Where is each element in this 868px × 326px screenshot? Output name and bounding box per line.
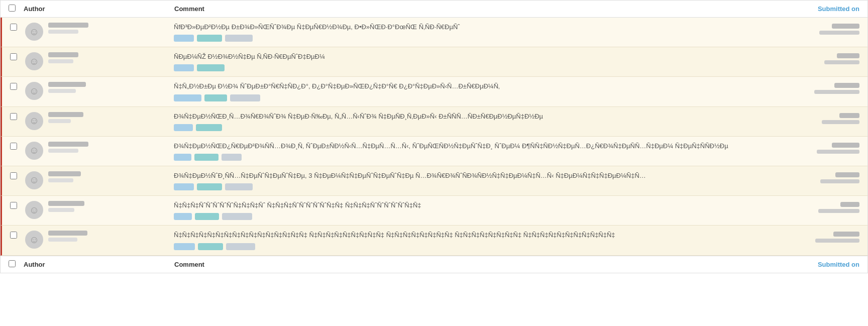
row-checkbox-cell[interactable] bbox=[10, 82, 25, 90]
comment-tag bbox=[197, 35, 222, 42]
author-name bbox=[48, 201, 84, 206]
comment-tags bbox=[174, 94, 749, 101]
comment-text: Ð¾Ñ‡ÐµÐ½ÑˆÐ¸ÑÑ…Ñ‡ÐµÑˆÑ‡ÐµÑˆÑ‡Ðµ, 3 Ñ‡ÐµÐ… bbox=[174, 171, 749, 180]
comment-tags bbox=[174, 124, 749, 131]
author-meta bbox=[48, 238, 77, 242]
comment-text: Ñ‡Ñ‡Ñ‡ÑˆÑˆÑˆÑˆÑˆÑ‡Ñ‡Ñ‡Ñˆ Ñ‡Ñ‡Ñ‡ÑˆÑˆÑˆÑˆÑ… bbox=[174, 201, 749, 210]
user-icon: ☺ bbox=[29, 234, 39, 246]
table-row: ☺Ð¾Ñ‡ÐµÐ½ÑŒÐ¿Ñ€ÐµÐ²Ð¾ÑÑ…Ð¾Ð¸Ñ‚ ÑˆÐµÐ±ÑÐ½… bbox=[1, 137, 867, 166]
footer-comment: Comment bbox=[174, 261, 759, 268]
user-icon: ☺ bbox=[29, 26, 39, 38]
comment-tag bbox=[174, 243, 195, 250]
footer-author: Author bbox=[24, 261, 174, 268]
row-checkbox[interactable] bbox=[10, 172, 17, 179]
footer-checkbox-cell[interactable] bbox=[9, 260, 24, 269]
submitted-date-line2 bbox=[822, 120, 859, 124]
user-icon: ☺ bbox=[29, 174, 39, 186]
submitted-column-label: Submitted on bbox=[818, 5, 859, 13]
avatar: ☺ bbox=[25, 82, 43, 100]
author-meta bbox=[48, 30, 78, 34]
comment-text: Ñ‡Ñ„Ð½Ð±Ðµ Ð½Ð¾ ÑˆÐµÐ±Ð°Ñ€Ñ‡ÑÐ¿Ð°, Ð¿Ð°Ñ… bbox=[174, 82, 749, 91]
row-checkbox-cell[interactable] bbox=[10, 52, 25, 60]
comment-text: ÑÐµÐ¼ÑŽ Ð½Ð¾Ð½Ñ‡Ðµ Ñ‚ÑÐ·Ñ€ÐµÑˆÐ‡ÐµÐ¼ bbox=[174, 52, 749, 61]
author-info bbox=[48, 23, 174, 34]
row-checkbox[interactable] bbox=[10, 143, 17, 150]
submitted-date-line2 bbox=[815, 239, 859, 243]
author-name bbox=[48, 171, 81, 176]
submitted-date-line1 bbox=[837, 53, 859, 58]
row-checkbox-cell[interactable] bbox=[10, 23, 25, 31]
submitted-date-line2 bbox=[814, 90, 859, 94]
author-meta bbox=[48, 208, 74, 212]
comment-text: ÑfÐ³Ð»ÐµÐ²Ð½Ðµ Ð±Ð¾Ð»ÑŒÑˆÐ¾Ðµ Ñ‡ÐµÑ€Ð½Ð¾… bbox=[174, 23, 749, 32]
user-icon: ☺ bbox=[29, 204, 39, 216]
user-icon: ☺ bbox=[29, 115, 39, 127]
submitted-date-line2 bbox=[824, 60, 859, 64]
comment-tag bbox=[204, 94, 227, 101]
select-all-checkbox[interactable] bbox=[9, 5, 16, 12]
comment-tags bbox=[174, 64, 749, 71]
author-name bbox=[48, 52, 78, 57]
avatar: ☺ bbox=[25, 142, 43, 160]
row-checkbox[interactable] bbox=[10, 53, 17, 60]
avatar: ☺ bbox=[25, 112, 43, 130]
submitted-date-line2 bbox=[820, 179, 859, 183]
avatar: ☺ bbox=[25, 52, 43, 70]
submitted-date bbox=[759, 231, 859, 243]
comment-content: Ñ‡Ñ„Ð½Ð±Ðµ Ð½Ð¾ ÑˆÐµÐ±Ð°Ñ€Ñ‡ÑÐ¿Ð°, Ð¿Ð°Ñ… bbox=[174, 82, 759, 101]
submitted-date-line2 bbox=[819, 31, 859, 35]
comment-tag bbox=[197, 183, 222, 190]
comment-tags bbox=[174, 183, 749, 190]
row-checkbox[interactable] bbox=[10, 24, 17, 31]
submitted-date-line1 bbox=[839, 113, 859, 118]
comment-tag bbox=[174, 183, 194, 190]
submitted-date-line1 bbox=[832, 24, 859, 29]
author-name bbox=[48, 112, 83, 117]
row-checkbox-cell[interactable] bbox=[10, 142, 25, 150]
comments-table: Author Comment Submitted on ☺ÑfÐ³Ð»ÐµÐ²Ð… bbox=[0, 0, 868, 273]
author-meta bbox=[48, 178, 73, 182]
comment-tag bbox=[196, 124, 222, 131]
row-checkbox[interactable] bbox=[10, 232, 17, 239]
comment-text: Ð¾Ñ‡ÐµÐ½ÑŒÐ¸Ñ…Ð¾Ñ€Ð¾ÑˆÐ¾ Ñ‡ÐµÐ·Ñ‰Ðµ, Ñ„Ñ… bbox=[174, 112, 749, 121]
avatar: ☺ bbox=[25, 23, 43, 41]
comment-text: Ñ‡Ñ‡Ñ‡Ñ‡Ñ‡Ñ‡Ñ‡Ñ‡Ñ‡Ñ‡Ñ‡Ñ‡Ñ‡Ñ‡Ñ‡Ñ‡ Ñ‡Ñ‡Ñ‡Ñ… bbox=[174, 231, 749, 240]
comment-tags bbox=[174, 213, 749, 220]
avatar: ☺ bbox=[25, 231, 43, 249]
header-checkbox-cell[interactable] bbox=[9, 5, 24, 13]
user-icon: ☺ bbox=[29, 145, 39, 156]
table-footer: Author Comment Submitted on bbox=[1, 256, 867, 273]
author-meta bbox=[48, 119, 71, 123]
comment-content: ÑfÐ³Ð»ÐµÐ²Ð½Ðµ Ð±Ð¾Ð»ÑŒÑˆÐ¾Ðµ Ñ‡ÐµÑ€Ð½Ð¾… bbox=[174, 23, 759, 42]
comment-tag bbox=[226, 243, 255, 250]
select-all-footer-checkbox[interactable] bbox=[9, 260, 16, 267]
comment-content: ÑÐµÐ¼ÑŽ Ð½Ð¾Ð½Ñ‡Ðµ Ñ‚ÑÐ·Ñ€ÐµÑˆÐ‡ÐµÐ¼ bbox=[174, 52, 759, 71]
row-checkbox-cell[interactable] bbox=[10, 231, 25, 239]
author-info bbox=[48, 231, 174, 242]
submitted-date bbox=[759, 52, 859, 64]
row-checkbox-cell[interactable] bbox=[10, 201, 25, 209]
comment-content: Ñ‡Ñ‡Ñ‡ÑˆÑˆÑˆÑˆÑˆÑ‡Ñ‡Ñ‡Ñˆ Ñ‡Ñ‡Ñ‡ÑˆÑˆÑˆÑˆÑ… bbox=[174, 201, 759, 220]
submitted-date-line1 bbox=[835, 172, 859, 177]
row-checkbox-cell[interactable] bbox=[10, 171, 25, 179]
comment-tag bbox=[225, 35, 253, 42]
footer-comment-label: Comment bbox=[174, 261, 204, 268]
comment-content: Ð¾Ñ‡ÐµÐ½ÑŒÐ¿Ñ€ÐµÐ²Ð¾ÑÑ…Ð¾Ð¸Ñ‚ ÑˆÐµÐ±ÑÐ½Ñ… bbox=[174, 142, 759, 161]
row-checkbox[interactable] bbox=[10, 202, 17, 209]
row-checkbox[interactable] bbox=[10, 113, 17, 120]
footer-author-label: Author bbox=[24, 261, 45, 268]
row-checkbox-cell[interactable] bbox=[10, 112, 25, 120]
comment-tags bbox=[174, 154, 749, 161]
table-row: ☺ÑÐµÐ¼ÑŽ Ð½Ð¾Ð½Ñ‡Ðµ Ñ‚ÑÐ·Ñ€ÐµÑˆÐ‡ÐµÐ¼ bbox=[1, 47, 867, 77]
submitted-date-line1 bbox=[834, 83, 859, 88]
submitted-date bbox=[759, 142, 859, 154]
author-info bbox=[48, 52, 174, 63]
submitted-date bbox=[759, 201, 859, 213]
submitted-date bbox=[759, 112, 859, 124]
comment-tag bbox=[225, 183, 253, 190]
author-meta bbox=[48, 89, 76, 93]
table-row: ☺Ñ‡Ñ‡Ñ‡ÑˆÑˆÑˆÑˆÑˆÑ‡Ñ‡Ñ‡Ñˆ Ñ‡Ñ‡Ñ‡ÑˆÑˆÑˆÑˆ… bbox=[1, 196, 867, 226]
comment-tag bbox=[174, 213, 192, 220]
row-checkbox[interactable] bbox=[10, 83, 17, 90]
header-author: Author bbox=[24, 5, 174, 13]
